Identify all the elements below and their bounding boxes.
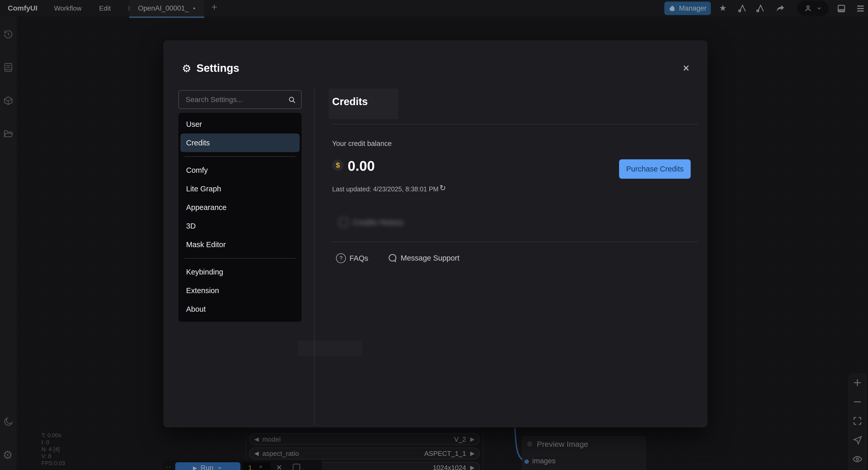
credits-page-heading: Credits bbox=[332, 96, 368, 107]
purchase-credits-button[interactable]: Purchase Credits bbox=[619, 159, 691, 179]
credit-balance-value: 0.00 bbox=[348, 158, 375, 174]
message-support-link[interactable]: Message Support bbox=[388, 253, 459, 263]
last-updated-text: Last updated: 4/23/2025, 8:38:01 PM bbox=[332, 186, 438, 193]
menu-divider bbox=[185, 156, 296, 157]
history-list-icon bbox=[339, 218, 348, 227]
refresh-balance-icon[interactable]: ↻ bbox=[439, 183, 446, 192]
dollar-icon: $ bbox=[336, 161, 340, 169]
content-divider-top bbox=[332, 124, 698, 125]
settings-menu-item-keybinding[interactable]: Keybinding bbox=[178, 263, 302, 281]
watermark-smudge bbox=[298, 340, 363, 357]
currency-badge: $ bbox=[332, 160, 344, 171]
close-dialog-icon[interactable]: ✕ bbox=[682, 63, 690, 73]
credits-history-button[interactable]: Credits History bbox=[339, 218, 403, 227]
content-divider-bottom bbox=[332, 241, 698, 242]
settings-menu-panel: User Credits Comfy Lite Graph Appearance… bbox=[178, 113, 302, 322]
settings-menu-item-credits[interactable]: Credits bbox=[180, 134, 300, 152]
settings-dialog: ⚙ Settings ✕ User Credits Comfy Lite Gra… bbox=[163, 40, 708, 427]
settings-menu-item-lite-graph[interactable]: Lite Graph bbox=[178, 179, 302, 198]
settings-title-gear-icon: ⚙ bbox=[182, 63, 191, 74]
settings-menu-item-user[interactable]: User bbox=[178, 115, 302, 134]
menu-divider bbox=[185, 258, 296, 259]
settings-menu-item-extension[interactable]: Extension bbox=[178, 281, 302, 300]
message-support-label: Message Support bbox=[401, 254, 459, 262]
faqs-link[interactable]: ? FAQs bbox=[336, 253, 368, 263]
settings-menu-item-about[interactable]: About bbox=[178, 300, 302, 318]
content-separator bbox=[314, 89, 315, 425]
settings-menu-item-mask-editor[interactable]: Mask Editor bbox=[178, 235, 302, 254]
settings-search-box[interactable] bbox=[178, 90, 302, 109]
search-icon bbox=[288, 96, 296, 104]
chat-bubble-icon bbox=[388, 253, 397, 263]
purchase-credits-label: Purchase Credits bbox=[626, 165, 683, 173]
settings-search-input[interactable] bbox=[185, 95, 288, 104]
settings-menu-item-comfy[interactable]: Comfy bbox=[178, 161, 302, 179]
settings-menu-item-3d[interactable]: 3D bbox=[178, 217, 302, 235]
credits-history-label: Credits History bbox=[352, 218, 403, 227]
faqs-label: FAQs bbox=[349, 254, 368, 263]
settings-dialog-title: Settings bbox=[196, 62, 239, 74]
settings-menu-item-appearance[interactable]: Appearance bbox=[178, 198, 302, 217]
credit-balance-label: Your credit balance bbox=[332, 140, 392, 148]
question-circle-icon: ? bbox=[336, 253, 346, 263]
